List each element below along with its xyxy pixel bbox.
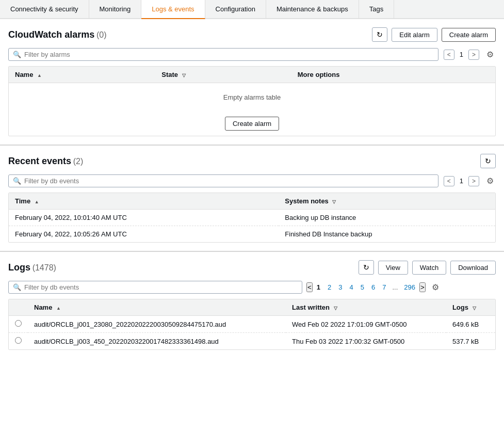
logs-count: (1478) bbox=[32, 263, 56, 272]
event-note-2: Finished DB Instance backup bbox=[279, 226, 495, 243]
cloudwatch-prev-page[interactable]: < bbox=[444, 50, 454, 60]
logs-table: Name ▲ Last written ▽ Logs ▽ bbox=[9, 299, 495, 349]
cloudwatch-title: CloudWatch alarms (0) bbox=[8, 29, 107, 40]
logs-download-button[interactable]: Download bbox=[450, 261, 496, 275]
logs-pagination: < 1 2 3 4 5 6 7 ... 296 > bbox=[306, 282, 426, 292]
logs-watch-button[interactable]: Watch bbox=[412, 261, 446, 275]
logs-page-5[interactable]: 5 bbox=[357, 282, 367, 292]
cloudwatch-col-state: State ▽ bbox=[155, 67, 291, 83]
log-name-2: audit/ORCLB_j003_450_2022020322001748233… bbox=[28, 333, 286, 350]
recent-events-search-icon: 🔍 bbox=[13, 177, 21, 185]
logs-page-3[interactable]: 3 bbox=[335, 282, 345, 292]
logs-search-bar[interactable]: 🔍 bbox=[8, 281, 302, 294]
recent-events-section: Recent events (2) ↻ 🔍 < 1 > ⚙ Time ▲ bbox=[0, 146, 504, 252]
recent-events-col-time: Time ▲ bbox=[9, 193, 279, 210]
recent-events-table-container: Time ▲ System notes ▽ February 04, 2022,… bbox=[8, 193, 496, 243]
cloudwatch-empty-text: Empty alarms table bbox=[9, 83, 495, 112]
cloudwatch-page-num: 1 bbox=[457, 50, 466, 59]
recent-events-filter-row: 🔍 < 1 > ⚙ bbox=[8, 174, 496, 187]
logs-page-1[interactable]: 1 bbox=[314, 282, 323, 292]
tab-monitoring[interactable]: Monitoring bbox=[89, 0, 142, 19]
cloudwatch-search-input[interactable] bbox=[24, 51, 434, 58]
recent-events-pagination: < 1 > bbox=[444, 176, 479, 186]
logs-name-sort-icon: ▲ bbox=[56, 306, 61, 311]
recent-events-col-notes: System notes ▽ bbox=[279, 193, 495, 210]
logs-title-group: Logs (1478) bbox=[8, 262, 56, 273]
log-name-1: audit/ORCLB_j001_23080_20220202220030509… bbox=[28, 316, 286, 333]
logs-prev-page[interactable]: < bbox=[306, 282, 313, 292]
logs-col-radio bbox=[9, 299, 28, 316]
logs-page-6[interactable]: 6 bbox=[368, 282, 378, 292]
cloudwatch-name-sort-icon: ▲ bbox=[37, 73, 42, 78]
cloudwatch-table: Name ▲ State ▽ More options Empty alarms… bbox=[9, 67, 495, 136]
log-size-2: 537.7 kB bbox=[446, 333, 495, 350]
logs-col-last-written: Last written ▽ bbox=[286, 299, 446, 316]
cloudwatch-refresh-button[interactable]: ↻ bbox=[372, 27, 387, 42]
table-row: February 04, 2022, 10:01:40 AM UTC Backi… bbox=[9, 210, 495, 226]
logs-size-sort-icon: ▽ bbox=[473, 306, 476, 311]
logs-col-size: Logs ▽ bbox=[446, 299, 495, 316]
logs-page-7[interactable]: 7 bbox=[379, 282, 389, 292]
logs-view-button[interactable]: View bbox=[378, 261, 408, 275]
table-row: February 04, 2022, 10:05:26 AM UTC Finis… bbox=[9, 226, 495, 243]
recent-events-prev-page[interactable]: < bbox=[444, 176, 454, 186]
logs-page-dots: ... bbox=[390, 282, 400, 292]
log-written-1: Wed Feb 02 2022 17:01:09 GMT-0500 bbox=[286, 316, 446, 333]
recent-events-search-bar[interactable]: 🔍 bbox=[8, 174, 438, 187]
log-size-1: 649.6 kB bbox=[446, 316, 495, 333]
cloudwatch-state-sort-icon: ▽ bbox=[182, 73, 186, 78]
cloudwatch-col-name: Name ▲ bbox=[9, 67, 155, 83]
logs-page-last[interactable]: 296 bbox=[401, 282, 418, 292]
logs-search-input[interactable] bbox=[24, 283, 298, 291]
cloudwatch-search-icon: 🔍 bbox=[13, 51, 21, 58]
cloudwatch-header: CloudWatch alarms (0) ↻ Edit alarm Creat… bbox=[8, 27, 496, 42]
cloudwatch-filter-row: 🔍 < 1 > ⚙ bbox=[8, 48, 496, 61]
recent-events-search-input[interactable] bbox=[24, 177, 434, 185]
cloudwatch-count: (0) bbox=[96, 30, 107, 39]
cloudwatch-search-bar[interactable]: 🔍 bbox=[8, 48, 438, 61]
recent-events-settings-button[interactable]: ⚙ bbox=[484, 175, 496, 187]
logs-radio-2[interactable] bbox=[9, 333, 28, 350]
recent-events-next-page[interactable]: > bbox=[468, 176, 479, 186]
cloudwatch-pagination: < 1 > bbox=[444, 50, 479, 60]
cloudwatch-title-text: CloudWatch alarms bbox=[8, 29, 94, 40]
logs-section: Logs (1478) ↻ View Watch Download 🔍 < 1 … bbox=[0, 252, 504, 358]
create-alarm-button[interactable]: Create alarm bbox=[442, 28, 496, 42]
logs-table-container: Name ▲ Last written ▽ Logs ▽ bbox=[8, 299, 496, 350]
logs-actions: ↻ View Watch Download bbox=[359, 260, 496, 275]
notes-sort-icon: ▽ bbox=[332, 199, 336, 204]
event-time-1: February 04, 2022, 10:01:40 AM UTC bbox=[9, 210, 279, 226]
recent-events-actions: ↻ bbox=[480, 154, 496, 168]
logs-settings-button[interactable]: ⚙ bbox=[430, 281, 441, 293]
recent-events-title-group: Recent events (2) bbox=[8, 156, 83, 167]
logs-col-name: Name ▲ bbox=[28, 299, 286, 316]
tab-configuration[interactable]: Configuration bbox=[205, 0, 266, 19]
logs-written-sort-icon: ▽ bbox=[334, 306, 337, 311]
recent-events-refresh-button[interactable]: ↻ bbox=[480, 154, 496, 168]
logs-radio-1[interactable] bbox=[9, 316, 28, 333]
logs-title-text: Logs bbox=[8, 262, 30, 273]
logs-filter-row: 🔍 < 1 2 3 4 5 6 7 ... 296 > ⚙ bbox=[8, 281, 496, 294]
table-row: audit/ORCLB_j003_450_2022020322001748233… bbox=[9, 333, 495, 350]
cloudwatch-settings-button[interactable]: ⚙ bbox=[484, 49, 496, 60]
tab-maintenance[interactable]: Maintenance & backups bbox=[266, 0, 359, 19]
logs-next-page[interactable]: > bbox=[419, 282, 426, 292]
logs-page-4[interactable]: 4 bbox=[347, 282, 356, 292]
logs-page-2[interactable]: 2 bbox=[324, 282, 334, 292]
recent-events-header: Recent events (2) ↻ bbox=[8, 154, 496, 168]
cloudwatch-table-header-row: Name ▲ State ▽ More options bbox=[9, 67, 495, 83]
cloudwatch-col-more: More options bbox=[291, 67, 495, 83]
cloudwatch-empty-create-button[interactable]: Create alarm bbox=[225, 117, 279, 131]
event-note-1: Backing up DB instance bbox=[279, 210, 495, 226]
tab-tags[interactable]: Tags bbox=[359, 0, 394, 19]
log-select-radio-1[interactable] bbox=[15, 320, 22, 327]
edit-alarm-button[interactable]: Edit alarm bbox=[392, 28, 437, 42]
recent-events-title-text: Recent events bbox=[8, 156, 71, 166]
log-select-radio-2[interactable] bbox=[15, 337, 22, 344]
logs-refresh-button[interactable]: ↻ bbox=[359, 260, 374, 275]
table-row: audit/ORCLB_j001_23080_20220202220030509… bbox=[9, 316, 495, 333]
cloudwatch-next-page[interactable]: > bbox=[468, 50, 479, 60]
tab-logs-events[interactable]: Logs & events bbox=[141, 0, 205, 19]
recent-events-count: (2) bbox=[73, 157, 84, 166]
tab-connectivity[interactable]: Connectivity & security bbox=[0, 0, 89, 19]
